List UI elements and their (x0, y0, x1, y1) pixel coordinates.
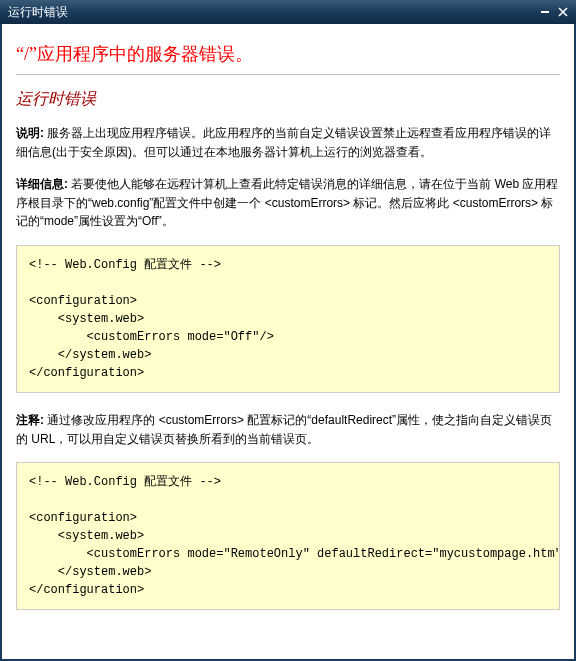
notes-label: 注释: (16, 413, 44, 427)
window-body: “/”应用程序中的服务器错误。 运行时错误 说明: 服务器上出现应用程序错误。此… (0, 24, 576, 661)
window-titlebar: 运行时错误 (0, 0, 576, 24)
notes-text: 通过修改应用程序的 <customErrors> 配置标记的“defaultRe… (16, 413, 552, 446)
details-text: 若要使他人能够在远程计算机上查看此特定错误消息的详细信息，请在位于当前 Web … (16, 177, 558, 228)
code-sample-2: <!-- Web.Config 配置文件 --> <configuration>… (16, 462, 560, 610)
close-icon (558, 7, 568, 17)
error-content: “/”应用程序中的服务器错误。 运行时错误 说明: 服务器上出现应用程序错误。此… (2, 24, 574, 640)
details-paragraph: 详细信息: 若要使他人能够在远程计算机上查看此特定错误消息的详细信息，请在位于当… (16, 175, 560, 231)
code-sample-1: <!-- Web.Config 配置文件 --> <configuration>… (16, 245, 560, 393)
page-heading: “/”应用程序中的服务器错误。 (16, 42, 560, 66)
error-title: 运行时错误 (16, 89, 560, 110)
minimize-button[interactable] (536, 4, 554, 20)
details-label: 详细信息: (16, 177, 68, 191)
description-paragraph: 说明: 服务器上出现应用程序错误。此应用程序的当前自定义错误设置禁止远程查看应用… (16, 124, 560, 161)
minimize-icon (540, 7, 550, 17)
close-button[interactable] (554, 4, 572, 20)
description-text: 服务器上出现应用程序错误。此应用程序的当前自定义错误设置禁止远程查看应用程序错误… (16, 126, 551, 159)
window-title: 运行时错误 (8, 4, 536, 21)
svg-rect-0 (541, 11, 549, 13)
description-label: 说明: (16, 126, 44, 140)
divider (16, 74, 560, 75)
notes-paragraph: 注释: 通过修改应用程序的 <customErrors> 配置标记的“defau… (16, 411, 560, 448)
